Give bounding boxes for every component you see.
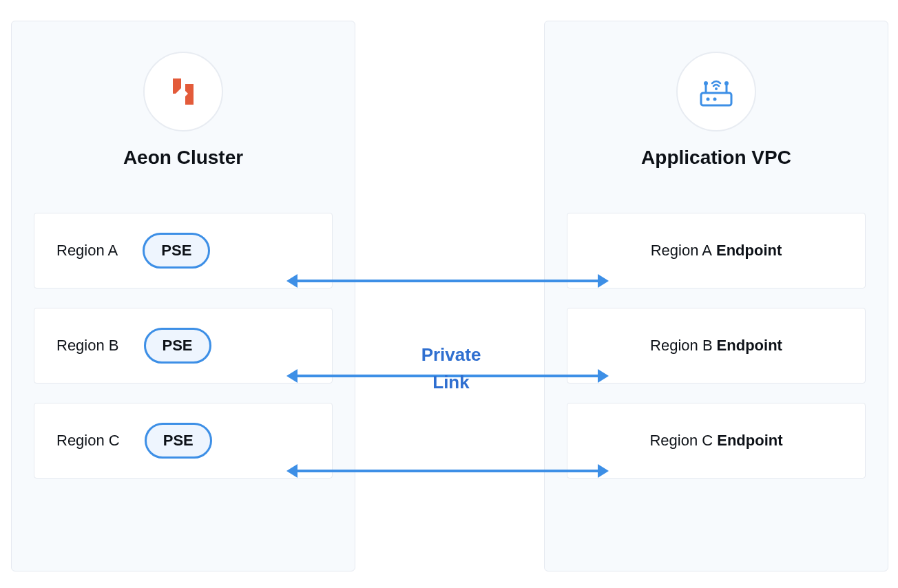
pse-badge: PSE xyxy=(143,233,210,269)
private-link-label-line2: Link xyxy=(382,372,520,393)
endpoint-prefix: Region C xyxy=(649,432,713,450)
vpc-icon-circle xyxy=(676,52,756,132)
router-icon xyxy=(694,70,738,114)
application-vpc-panel: Application VPC Region A Endpoint Region… xyxy=(544,21,888,571)
endpoint-prefix: Region A xyxy=(651,242,712,260)
private-link-connector xyxy=(296,280,599,282)
endpoint-card: Region A Endpoint xyxy=(567,213,866,288)
aeon-cluster-panel: Aeon Cluster Region A PSE Region B PSE R… xyxy=(11,21,355,571)
cluster-logo-circle xyxy=(143,52,223,132)
private-link-connector xyxy=(296,470,599,472)
endpoint-suffix: Endpoint xyxy=(716,242,782,260)
svg-point-1 xyxy=(707,98,710,101)
svg-point-2 xyxy=(713,98,717,101)
aeon-cluster-title: Aeon Cluster xyxy=(34,147,333,169)
endpoint-prefix: Region B xyxy=(650,337,713,355)
region-label: Region A xyxy=(56,242,118,260)
pse-badge: PSE xyxy=(144,328,211,364)
svg-point-4 xyxy=(704,81,708,85)
cluster-logo-icon xyxy=(165,73,202,110)
svg-point-7 xyxy=(715,87,718,90)
svg-point-6 xyxy=(724,81,729,85)
pse-badge: PSE xyxy=(145,423,212,459)
application-vpc-title: Application VPC xyxy=(567,147,866,169)
region-label: Region C xyxy=(56,432,120,450)
endpoint-suffix: Endpoint xyxy=(717,432,782,450)
endpoint-card: Region C Endpoint xyxy=(567,403,866,479)
private-link-label-line1: Private xyxy=(382,344,520,366)
endpoint-suffix: Endpoint xyxy=(717,337,782,355)
region-label: Region B xyxy=(56,337,119,355)
endpoint-card: Region B Endpoint xyxy=(567,308,866,384)
